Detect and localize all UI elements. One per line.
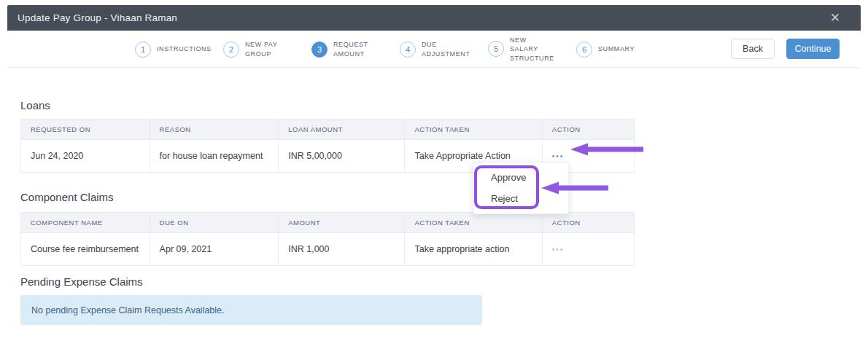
loan-actions-ellipsis-icon[interactable]: ••• bbox=[552, 152, 565, 160]
component-claims-heading: Component Claims bbox=[20, 191, 114, 203]
col-action: ACTION bbox=[542, 119, 634, 140]
step-summary[interactable]: 6 SUMMARY bbox=[576, 42, 635, 58]
claim-component-name: Course fee reimbursement bbox=[21, 233, 150, 266]
component-claims-header-row: COMPONENT NAME DUE ON AMOUNT ACTION TAKE… bbox=[21, 213, 635, 233]
step-number-badge: 2 bbox=[223, 42, 239, 58]
step-label: SUMMARY bbox=[598, 44, 635, 53]
modal-header: Update Pay Group - Vihaan Raman ✕ bbox=[7, 5, 861, 31]
menu-item-reject[interactable]: Reject bbox=[473, 188, 568, 209]
step-label: NEW SALARY STRUCTURE bbox=[510, 36, 557, 62]
no-pending-claims-message: No pending Expense Claim Requests Availa… bbox=[31, 305, 225, 315]
claim-actions-ellipsis-icon[interactable]: ••• bbox=[552, 246, 565, 254]
col-component-name: COMPONENT NAME bbox=[21, 213, 150, 233]
step-label: INSTRUCTIONS bbox=[157, 44, 204, 53]
component-claims-table: COMPONENT NAME DUE ON AMOUNT ACTION TAKE… bbox=[20, 212, 635, 266]
step-due-adjustment[interactable]: 4 DUE ADJUSTMENT bbox=[400, 40, 468, 58]
step-new-salary-structure[interactable]: 5 NEW SALARY STRUCTURE bbox=[488, 36, 557, 62]
step-request-amount[interactable]: 3 REQUEST AMOUNT bbox=[311, 40, 380, 58]
loans-heading: Loans bbox=[20, 99, 50, 111]
loan-amount: INR 5,00,000 bbox=[279, 140, 405, 173]
loan-reason: for house loan repayment bbox=[150, 140, 279, 173]
loan-action-dropdown: Approve Reject bbox=[473, 162, 569, 214]
step-label: REQUEST AMOUNT bbox=[333, 40, 380, 58]
col-amount: AMOUNT bbox=[279, 213, 405, 233]
col-action-taken: ACTION TAKEN bbox=[405, 213, 542, 233]
loans-header-row: REQUESTED ON REASON LOAN AMOUNT ACTION T… bbox=[21, 119, 635, 140]
step-instructions[interactable]: 1 INSTRUCTIONS bbox=[135, 42, 204, 58]
col-loan-amount: LOAN AMOUNT bbox=[279, 119, 405, 140]
claim-action-taken: Take appropriate action bbox=[405, 233, 542, 266]
step-label: NEW PAY GROUP bbox=[245, 40, 292, 58]
modal-title: Update Pay Group - Vihaan Raman bbox=[18, 12, 177, 23]
step-label: DUE ADJUSTMENT bbox=[422, 40, 468, 58]
loan-requested-on: Jun 24, 2020 bbox=[21, 140, 150, 173]
claim-amount: INR 1,000 bbox=[279, 233, 405, 266]
component-claims-row: Course fee reimbursement Apr 09, 2021 IN… bbox=[21, 233, 635, 266]
pending-expense-claims-heading: Pending Expense Claims bbox=[20, 275, 143, 288]
step-number-badge: 4 bbox=[400, 42, 416, 58]
close-icon[interactable]: ✕ bbox=[830, 5, 840, 31]
col-action: ACTION bbox=[542, 213, 634, 233]
claim-due-on: Apr 09, 2021 bbox=[150, 233, 279, 266]
col-requested-on: REQUESTED ON bbox=[21, 119, 150, 140]
wizard-stepper: 1 INSTRUCTIONS 2 NEW PAY GROUP 3 REQUEST… bbox=[135, 31, 635, 68]
col-reason: REASON bbox=[150, 119, 279, 140]
no-pending-claims-banner: No pending Expense Claim Requests Availa… bbox=[20, 295, 482, 325]
step-number-badge: 5 bbox=[488, 41, 504, 57]
col-action-taken: ACTION TAKEN bbox=[405, 119, 542, 140]
step-number-badge: 6 bbox=[576, 42, 592, 58]
back-button[interactable]: Back bbox=[731, 39, 775, 59]
step-number-badge: 3 bbox=[311, 42, 328, 58]
step-new-pay-group[interactable]: 2 NEW PAY GROUP bbox=[223, 40, 292, 58]
step-number-badge: 1 bbox=[135, 42, 151, 58]
menu-item-approve[interactable]: Approve bbox=[473, 167, 568, 188]
col-due-on: DUE ON bbox=[150, 213, 279, 233]
continue-button[interactable]: Continue bbox=[786, 39, 840, 59]
